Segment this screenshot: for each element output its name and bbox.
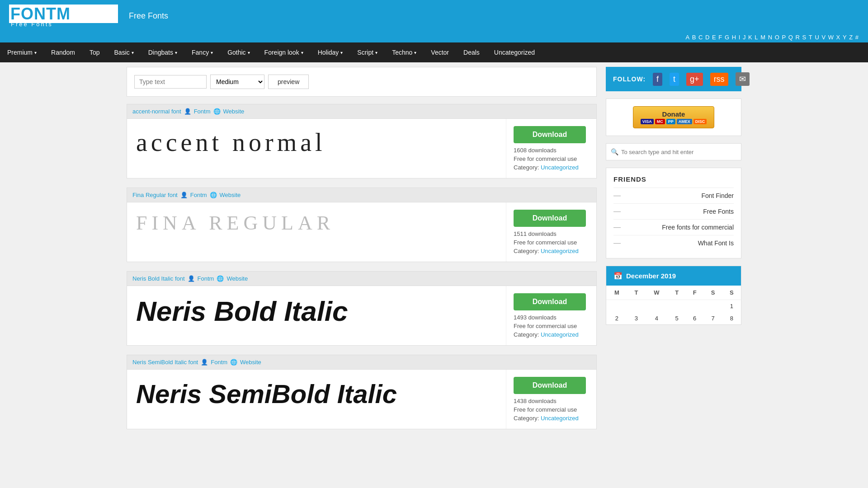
- follow-label: FOLLOW:: [613, 75, 646, 83]
- nav-item-fancy[interactable]: Fancy▾: [184, 42, 220, 62]
- category-link-2[interactable]: Uncategorized: [541, 331, 579, 338]
- nav-item-basic[interactable]: Basic▾: [107, 42, 141, 62]
- alpha-link-R[interactable]: R: [795, 34, 799, 41]
- alpha-link-Y[interactable]: Y: [843, 34, 847, 41]
- friends-item-free-fonts[interactable]: —Free Fonts: [613, 203, 734, 219]
- alpha-link-E[interactable]: E: [712, 34, 716, 41]
- nav-item-vector[interactable]: Vector: [424, 42, 456, 62]
- nav-item-holiday[interactable]: Holiday▾: [311, 42, 350, 62]
- download-button-3[interactable]: Download: [514, 377, 586, 394]
- nav-item-premium[interactable]: Premium▾: [0, 42, 44, 62]
- alpha-link-X[interactable]: X: [836, 34, 840, 41]
- main-navigation: Premium▾RandomTopBasic▾Dingbats▾Fancy▾Go…: [0, 42, 868, 62]
- search-input[interactable]: [621, 149, 736, 155]
- alpha-link-G[interactable]: G: [725, 34, 729, 41]
- font-website-link-3[interactable]: Website: [240, 359, 261, 366]
- nav-item-dingbats[interactable]: Dingbats▾: [141, 42, 184, 62]
- font-name-link-1[interactable]: Fina Regular font: [132, 192, 178, 198]
- logo[interactable]: FONTM.COM Free Fonts: [9, 5, 118, 28]
- font-website-link-2[interactable]: Website: [226, 275, 248, 282]
- nav-item-gothic[interactable]: Gothic▾: [220, 42, 257, 62]
- alpha-link-T[interactable]: T: [809, 34, 812, 41]
- calendar-day-4[interactable]: 4: [645, 312, 668, 324]
- nav-item-deals[interactable]: Deals: [456, 42, 487, 62]
- font-name-link-2[interactable]: Neris Bold Italic font: [132, 275, 185, 282]
- alpha-link-C[interactable]: C: [698, 34, 703, 41]
- font-website-link-0[interactable]: Website: [223, 108, 245, 115]
- rss-icon[interactable]: rss: [710, 73, 728, 86]
- email-icon[interactable]: ✉: [736, 72, 750, 86]
- nav-item-top[interactable]: Top: [82, 42, 107, 62]
- calendar-table: MTWTFSS 12345678: [606, 286, 741, 324]
- alpha-link-Z[interactable]: Z: [849, 34, 853, 41]
- friends-minus-icon: —: [613, 223, 621, 231]
- font-card-header-1: Fina Regular font 👤 Fontm 🌐 Website: [127, 188, 596, 202]
- friends-item-font-finder[interactable]: —Font Finder: [613, 188, 734, 203]
- friends-item-what-font-is[interactable]: —What Font Is: [613, 235, 734, 251]
- calendar-day-3[interactable]: 3: [627, 312, 646, 324]
- nav-item-techno[interactable]: Techno▾: [385, 42, 424, 62]
- category-link-3[interactable]: Uncategorized: [541, 415, 579, 422]
- calendar-day-7[interactable]: 7: [703, 312, 722, 324]
- download-button-0[interactable]: Download: [514, 126, 586, 143]
- alpha-link-K[interactable]: K: [748, 34, 752, 41]
- alpha-link-F[interactable]: F: [718, 34, 722, 41]
- alpha-link-J[interactable]: J: [743, 34, 746, 41]
- alpha-link-U[interactable]: U: [815, 34, 819, 41]
- nav-item-uncategorized[interactable]: Uncategorized: [487, 42, 542, 62]
- download-button-2[interactable]: Download: [514, 293, 586, 310]
- calendar-day-6[interactable]: 6: [686, 312, 704, 324]
- font-author-link-3[interactable]: Fontm: [211, 359, 227, 366]
- font-name-link-0[interactable]: accent-normal font: [132, 108, 181, 115]
- font-name-link-3[interactable]: Neris SemiBold Italic font: [132, 359, 198, 366]
- alpha-link-L[interactable]: L: [755, 34, 758, 41]
- download-button-1[interactable]: Download: [514, 210, 586, 227]
- font-author-link-2[interactable]: Fontm: [198, 275, 214, 282]
- font-preview-text-1: FINA REGULAR: [136, 211, 497, 235]
- alpha-link-M[interactable]: M: [760, 34, 765, 41]
- font-preview-area-3: Neris SemiBold Italic: [127, 370, 506, 429]
- friends-item-free-fonts-for-commercial[interactable]: —Free fonts for commercial: [613, 219, 734, 235]
- alpha-link-B[interactable]: B: [692, 34, 696, 41]
- logo-text: FONTM.COM: [9, 5, 118, 23]
- alpha-link-#[interactable]: #: [855, 34, 859, 41]
- alpha-link-W[interactable]: W: [828, 34, 834, 41]
- category-link-1[interactable]: Uncategorized: [541, 248, 579, 254]
- googleplus-icon[interactable]: g+: [686, 73, 703, 86]
- category-label-3: Category: Uncategorized: [514, 415, 579, 422]
- free-commercial-label-2: Free for commercial use: [514, 323, 577, 329]
- alpha-link-H[interactable]: H: [732, 34, 736, 41]
- alpha-link-O[interactable]: O: [775, 34, 779, 41]
- calendar-day-2[interactable]: 2: [606, 312, 627, 324]
- calendar-day-8[interactable]: 8: [722, 312, 741, 324]
- alpha-link-I[interactable]: I: [739, 34, 741, 41]
- font-card-0: accent-normal font 👤 Fontm 🌐 Websiteacce…: [127, 104, 597, 178]
- calendar-day-5[interactable]: 5: [668, 312, 686, 324]
- donate-button[interactable]: Donate VISA MC PP AMEX DISC: [633, 106, 715, 128]
- font-author-link-0[interactable]: Fontm: [194, 108, 211, 115]
- facebook-icon[interactable]: f: [653, 73, 662, 86]
- alpha-link-A[interactable]: A: [685, 34, 689, 41]
- nav-item-script[interactable]: Script▾: [350, 42, 385, 62]
- font-card-actions-3: Download1438 downloadsFree for commercia…: [506, 370, 596, 429]
- nav-item-random[interactable]: Random: [44, 42, 82, 62]
- twitter-icon[interactable]: t: [670, 73, 679, 86]
- alpha-link-P[interactable]: P: [782, 34, 786, 41]
- paypal-icon: PP: [666, 119, 675, 124]
- font-card-actions-1: Download1511 downloadsFree for commercia…: [506, 202, 596, 262]
- font-website-link-1[interactable]: Website: [220, 192, 241, 198]
- preview-size-select[interactable]: Medium Small Large X-Large: [210, 75, 264, 89]
- alpha-link-D[interactable]: D: [705, 34, 709, 41]
- preview-text-input[interactable]: [134, 75, 207, 89]
- preview-button[interactable]: preview: [268, 75, 309, 89]
- alphabet-links[interactable]: A B C D E F G H I J K L M N O P Q R S T …: [685, 34, 859, 41]
- font-author-link-1[interactable]: Fontm: [190, 192, 207, 198]
- calendar-day-1[interactable]: 1: [722, 300, 741, 313]
- alpha-link-N[interactable]: N: [768, 34, 772, 41]
- alpha-link-S[interactable]: S: [802, 34, 807, 41]
- nav-item-foreign-look[interactable]: Foreign look▾: [257, 42, 311, 62]
- alpha-link-V[interactable]: V: [821, 34, 826, 41]
- category-link-0[interactable]: Uncategorized: [541, 164, 579, 171]
- alpha-link-Q[interactable]: Q: [788, 34, 793, 41]
- friends-minus-icon: —: [613, 192, 621, 200]
